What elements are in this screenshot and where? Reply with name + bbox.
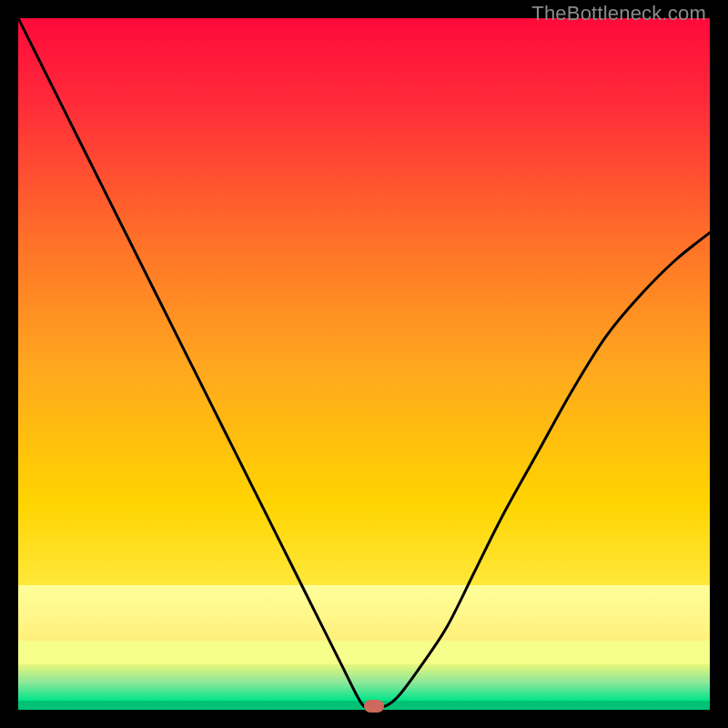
green-band [18, 664, 710, 701]
watermark-text: TheBottleneck.com [531, 2, 706, 25]
bottleneck-chart [18, 18, 710, 710]
gradient-background [18, 18, 710, 710]
chart-frame [18, 18, 710, 710]
optimal-point-marker [364, 700, 384, 713]
